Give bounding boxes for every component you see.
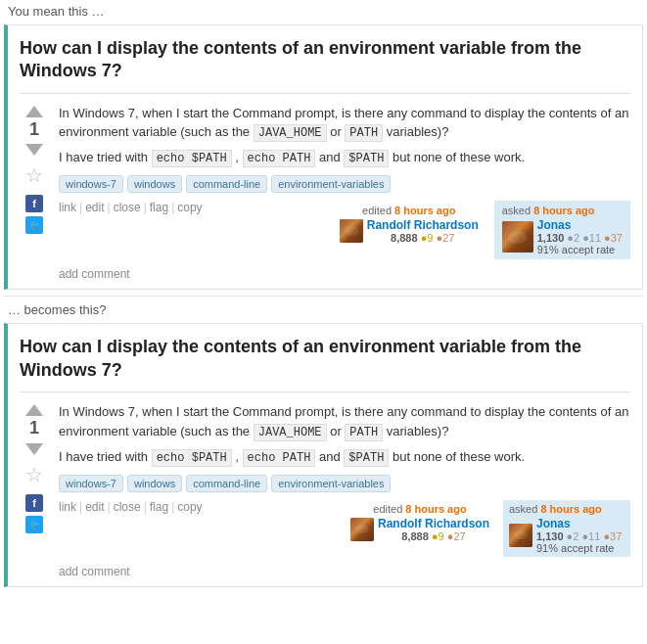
edited-time-v2[interactable]: 8 hours ago (405, 503, 466, 515)
close-link[interactable]: close (114, 201, 141, 214)
tag-command-line[interactable]: command-line (186, 175, 267, 193)
code-path: PATH (345, 124, 383, 142)
asked-box-v2: asked 8 hours ago Jonas 1,130 ●2 ●11 ●37… (503, 500, 630, 557)
asker-rep-v2: 1,130 (536, 530, 564, 542)
favorite-star-icon[interactable]: ☆ (25, 163, 43, 187)
favorite-star-icon-v2[interactable]: ☆ (25, 463, 43, 486)
tags-row-v2: windows-7 windows command-line environme… (59, 475, 630, 492)
asker-avatar (502, 221, 533, 253)
copy-link-v2[interactable]: copy (177, 500, 202, 514)
editor-badge-gold: ●9 (421, 232, 434, 244)
question-text-2-v2: I have tried with echo $PATH , echo PATH… (59, 447, 630, 467)
asked-time[interactable]: 8 hours ago (533, 205, 594, 216)
code-echo-path-v2: echo $PATH (152, 449, 232, 467)
tags-row: windows-7 windows command-line environme… (59, 175, 630, 193)
add-comment-link[interactable]: add comment (59, 267, 630, 281)
social-icons-v2: f 🐦 (25, 494, 43, 533)
link-link[interactable]: link (59, 201, 76, 214)
code-java-home: JAVA_HOME (254, 124, 327, 142)
vote-down-button-v2[interactable] (25, 443, 43, 455)
editor-badge-bronze-v2: ●27 (447, 530, 466, 542)
edited-box-v2: edited 8 hours ago Randolf Richardson 8,… (345, 500, 495, 545)
accept-rate-v2: 91% accept rate (536, 542, 615, 554)
asker-badge-silver: ●2 (567, 232, 579, 244)
question-title-v2: How can I display the contents of an env… (20, 336, 630, 392)
social-icons: f 🐦 (25, 195, 43, 234)
question-text-1-v2: In Windows 7, when I start the Command p… (59, 402, 630, 441)
meta-row-v2: link| edit| close| flag| copy edited 8 h… (59, 500, 630, 557)
tag-windows7-v2[interactable]: windows-7 (59, 475, 123, 492)
copy-link[interactable]: copy (177, 201, 202, 214)
editor-name-v2[interactable]: Randolf Richardson (378, 517, 489, 530)
top-label: You mean this … (0, 0, 647, 24)
editor-avatar (340, 219, 363, 243)
code-dollar-path: $PATH (344, 150, 389, 167)
edited-time[interactable]: 8 hours ago (394, 205, 455, 216)
twitter-icon-v2[interactable]: 🐦 (25, 516, 43, 533)
tag-command-line-v2[interactable]: command-line (186, 475, 267, 492)
twitter-icon[interactable]: 🐦 (25, 216, 43, 234)
code-java-home-v2: JAVA_HOME (254, 424, 327, 441)
tag-environment-variables[interactable]: environment-variables (271, 175, 391, 193)
vote-area-v2: 1 ☆ f 🐦 (20, 402, 49, 578)
editor-name[interactable]: Randolf Richardson (367, 218, 479, 232)
question-title: How can I display the contents of an env… (20, 37, 630, 94)
asker-badge2-v2: ●11 (581, 530, 600, 542)
vote-area: 1 ☆ f 🐦 (20, 104, 49, 282)
facebook-icon-v2[interactable]: f (25, 494, 43, 512)
code-echo-path2: echo PATH (243, 150, 316, 167)
edit-link[interactable]: edit (85, 201, 104, 214)
asker-rep: 1,130 (537, 232, 565, 244)
edit-link-v2[interactable]: edit (85, 500, 104, 514)
editor-avatar-v2 (350, 518, 374, 541)
asker-avatar-v2 (509, 524, 532, 547)
meta-links-v2: link| edit| close| flag| copy (59, 500, 337, 514)
question-text-2: I have tried with echo $PATH , echo PATH… (59, 148, 630, 167)
code-echo-path2-v2: echo PATH (243, 449, 316, 467)
vote-count: 1 (29, 119, 39, 141)
question-block-original: How can I display the contents of an env… (4, 24, 643, 290)
question-content-v2: In Windows 7, when I start the Command p… (59, 402, 630, 578)
meta-row: link| edit| close| flag| copy edited 8 h… (59, 201, 630, 259)
flag-link[interactable]: flag (150, 201, 168, 214)
vote-up-button[interactable] (25, 106, 43, 117)
accept-rate: 91% accept rate (537, 244, 616, 255)
edited-box: edited 8 hours ago Randolf Richardson 8,… (332, 201, 486, 248)
asker-name-v2[interactable]: Jonas (536, 517, 571, 530)
tag-windows-v2[interactable]: windows (127, 475, 182, 492)
add-comment-link-v2[interactable]: add comment (59, 565, 630, 578)
facebook-icon[interactable]: f (25, 195, 43, 212)
meta-links: link| edit| close| flag| copy (59, 201, 324, 214)
vote-up-button-v2[interactable] (25, 404, 43, 416)
question-body-area: 1 ☆ f 🐦 In Windows 7, when I start the C… (20, 104, 630, 282)
asker-badge-silver2: ●11 (582, 232, 601, 244)
question-block-transformed: How can I display the contents of an env… (4, 323, 643, 586)
bottom-label: … becomes this? (0, 297, 647, 323)
question-body-area-v2: 1 ☆ f 🐦 In Windows 7, when I start the C… (20, 402, 630, 578)
code-echo-path: echo $PATH (152, 150, 232, 167)
tag-windows[interactable]: windows (127, 175, 182, 193)
editor-rep: 8,888 (391, 232, 418, 244)
close-link-v2[interactable]: close (114, 500, 141, 514)
asker-name[interactable]: Jonas (537, 218, 572, 232)
asker-badge-bronze: ●37 (604, 232, 623, 244)
tag-windows7[interactable]: windows-7 (59, 175, 123, 193)
question-text-1: In Windows 7, when I start the Command p… (59, 104, 630, 143)
editor-badge-gold-v2: ●9 (432, 530, 444, 542)
editor-badge-bronze: ●27 (436, 232, 454, 244)
asked-box: asked 8 hours ago Jonas 1,130 ●2 ●11 ●37… (494, 201, 630, 259)
code-dollar-path-v2: $PATH (344, 449, 389, 467)
code-path-v2: PATH (345, 424, 383, 441)
flag-link-v2[interactable]: flag (150, 500, 168, 514)
vote-down-button[interactable] (25, 144, 43, 156)
asker-badge3-v2: ●37 (603, 530, 622, 542)
asker-badge1-v2: ●2 (567, 530, 579, 542)
tag-env-vars-v2[interactable]: environment-variables (271, 475, 391, 492)
editor-rep-v2: 8,888 (401, 530, 429, 542)
link-link-v2[interactable]: link (59, 500, 76, 514)
asked-time-v2[interactable]: 8 hours ago (540, 503, 601, 515)
vote-count-v2: 1 (29, 418, 39, 439)
question-content: In Windows 7, when I start the Command p… (59, 104, 630, 282)
